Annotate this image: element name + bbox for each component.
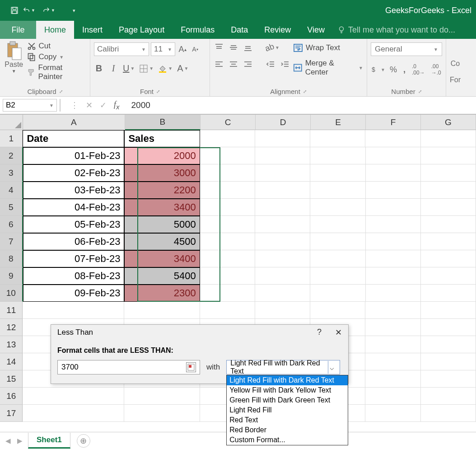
row-header-6[interactable]: 6	[0, 216, 23, 233]
cell-D2[interactable]	[255, 147, 310, 164]
cell-B11[interactable]	[124, 302, 200, 319]
cell-E8[interactable]	[310, 250, 365, 267]
col-header-E[interactable]: E	[311, 115, 366, 130]
orientation-button[interactable]: ab▼	[265, 43, 280, 52]
format-option-2[interactable]: Green Fill with Dark Green Text	[227, 395, 348, 405]
cell-A17[interactable]	[23, 405, 124, 422]
range-selector-icon[interactable]	[186, 362, 196, 372]
cell-B8[interactable]: 3400	[124, 250, 200, 267]
tab-page-layout[interactable]: Page Layout	[111, 21, 173, 39]
font-color-button[interactable]: A▼	[177, 63, 188, 74]
cell-A7[interactable]: 06-Feb-23	[23, 233, 125, 250]
number-format-select[interactable]: General▼	[371, 42, 442, 56]
cell-C11[interactable]	[200, 302, 255, 319]
cell-A1[interactable]: Date	[23, 130, 124, 147]
dialog-launcher-icon[interactable]: ⤢	[156, 89, 160, 94]
cell-B16[interactable]	[124, 388, 200, 405]
cell-G11[interactable]	[421, 302, 476, 319]
cell-A10[interactable]: 09-Feb-23	[23, 285, 125, 302]
cell-C8[interactable]	[200, 250, 255, 267]
formula-input[interactable]: 2000	[127, 100, 150, 110]
chevron-down-icon[interactable]: ▼	[12, 69, 16, 74]
cell-D7[interactable]	[255, 233, 310, 250]
cell-B6[interactable]: 5000	[124, 216, 200, 233]
col-header-C[interactable]: C	[201, 115, 256, 130]
cell-D9[interactable]	[255, 267, 310, 285]
dialog-launcher-icon[interactable]: ⤢	[303, 89, 307, 94]
redo-icon[interactable]: ▼	[42, 4, 55, 17]
cell-A6[interactable]: 05-Feb-23	[23, 216, 125, 233]
cell-F9[interactable]	[366, 267, 421, 285]
cell-B1[interactable]: Sales	[124, 130, 200, 147]
threshold-input[interactable]: 3700	[57, 360, 200, 374]
enter-icon[interactable]: ✓	[100, 100, 107, 110]
tab-data[interactable]: Data	[223, 21, 256, 39]
borders-button[interactable]: ▼	[139, 64, 154, 73]
cell-F11[interactable]	[365, 302, 420, 319]
row-header-1[interactable]: 1	[0, 130, 23, 147]
cell-C9[interactable]	[200, 267, 255, 285]
format-option-0[interactable]: Light Red Fill with Dark Red Text	[227, 375, 348, 385]
cell-G5[interactable]	[421, 199, 476, 216]
cell-E6[interactable]	[310, 216, 365, 233]
cell-F16[interactable]	[365, 388, 420, 405]
help-icon[interactable]: ?	[317, 327, 322, 337]
cell-E4[interactable]	[310, 182, 365, 199]
row-header-10[interactable]: 10	[0, 285, 23, 302]
cell-G14[interactable]	[421, 353, 476, 370]
cell-C3[interactable]	[200, 164, 255, 182]
align-top-button[interactable]	[214, 42, 224, 52]
row-header-12[interactable]: 12	[0, 319, 23, 336]
cell-B5[interactable]: 3400	[124, 199, 200, 216]
cell-G16[interactable]	[421, 388, 476, 405]
qat-customize-icon[interactable]: ▾	[68, 4, 80, 17]
save-icon[interactable]	[8, 4, 21, 17]
align-middle-button[interactable]	[228, 42, 239, 52]
cell-G17[interactable]	[421, 405, 476, 422]
tell-me-search[interactable]: Tell me what you want to do...	[333, 21, 455, 39]
font-name-select[interactable]: Calibri▼	[94, 42, 149, 56]
cell-D4[interactable]	[255, 182, 310, 199]
format-select[interactable]: Light Red Fill with Dark Red Text ⌵ Ligh…	[226, 360, 340, 374]
tab-file[interactable]: File	[0, 21, 36, 39]
new-sheet-button[interactable]: ⊕	[77, 434, 90, 448]
format-option-1[interactable]: Yellow Fill with Dark Yellow Text	[227, 385, 348, 395]
cell-G7[interactable]	[421, 233, 476, 250]
format-option-6[interactable]: Custom Format...	[227, 435, 348, 445]
cell-A2[interactable]: 01-Feb-23	[23, 147, 125, 164]
cell-G3[interactable]	[421, 164, 476, 182]
dialog-launcher-icon[interactable]: ⤢	[418, 89, 422, 94]
cell-F8[interactable]	[366, 250, 421, 267]
decrease-decimal-button[interactable]: .00→.0	[429, 63, 443, 76]
tab-review[interactable]: Review	[256, 21, 299, 39]
cell-G15[interactable]	[421, 370, 476, 388]
grow-font-button[interactable]: A▴	[177, 44, 188, 55]
percent-button[interactable]: %	[388, 65, 399, 75]
cell-F1[interactable]	[365, 130, 420, 147]
cell-C2[interactable]	[200, 147, 255, 164]
row-header-9[interactable]: 9	[0, 267, 23, 285]
cell-A5[interactable]: 04-Feb-23	[23, 199, 125, 216]
cut-button[interactable]: Cut	[27, 42, 86, 51]
cell-E10[interactable]	[310, 285, 365, 302]
cell-F5[interactable]	[366, 199, 421, 216]
close-icon[interactable]: ✕	[335, 327, 342, 337]
format-option-4[interactable]: Red Text	[227, 415, 348, 425]
cell-C1[interactable]	[200, 130, 255, 147]
cell-G13[interactable]	[421, 336, 476, 353]
cell-F14[interactable]	[365, 353, 420, 370]
align-bottom-button[interactable]	[243, 42, 253, 52]
cell-E3[interactable]	[310, 164, 365, 182]
increase-decimal-button[interactable]: .0.00→	[410, 63, 427, 76]
cell-A9[interactable]: 08-Feb-23	[23, 267, 125, 285]
cell-F6[interactable]	[366, 216, 421, 233]
cell-A4[interactable]: 03-Feb-23	[23, 182, 125, 199]
cell-G4[interactable]	[421, 182, 476, 199]
underline-button[interactable]: U▼	[123, 63, 135, 74]
align-center-button[interactable]	[228, 60, 239, 70]
cell-E1[interactable]	[310, 130, 365, 147]
cell-F12[interactable]	[365, 319, 420, 336]
italic-button[interactable]: I	[108, 64, 118, 74]
cell-G12[interactable]	[421, 319, 476, 336]
cell-A8[interactable]: 07-Feb-23	[23, 250, 125, 267]
